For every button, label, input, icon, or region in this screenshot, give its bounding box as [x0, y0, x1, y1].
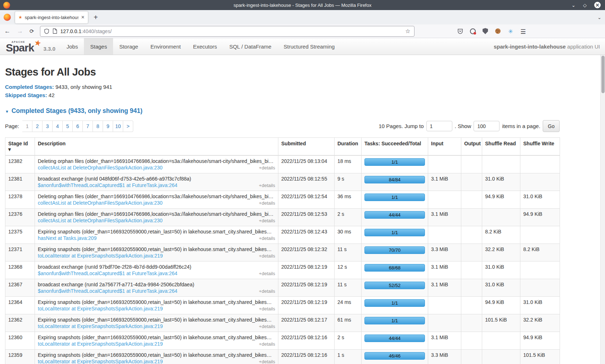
menu-hamburger-icon[interactable]: ☰: [520, 28, 526, 35]
spark-apache-label: APACHE: [12, 41, 25, 43]
page-button[interactable]: 3: [42, 120, 53, 132]
description-cell: broadcast exchange (runId 2a75677f-a771-…: [35, 279, 278, 297]
callsite-link[interactable]: toLocalIterator at ExpireSnapshotsSparkA…: [38, 253, 163, 259]
column-header[interactable]: Input: [428, 138, 461, 156]
output-cell: [461, 297, 482, 314]
tasks-cell: 52/52: [362, 279, 428, 297]
nav-item[interactable]: Jobs: [60, 38, 84, 55]
callsite-link[interactable]: toLocalIterator at ExpireSnapshotsSparkA…: [38, 306, 163, 311]
page-button[interactable]: 5: [63, 120, 73, 132]
submitted-cell: 2022/11/25 08:12:32: [278, 244, 335, 261]
column-header[interactable]: Shuffle Read: [482, 138, 520, 156]
callsite-link[interactable]: $anonfun$withThreadLocalCaptured$1 at Fu…: [38, 270, 178, 276]
scrollbar-thumb[interactable]: [601, 56, 605, 93]
page-button[interactable]: 8: [93, 120, 103, 132]
details-toggle[interactable]: +details: [259, 324, 275, 329]
shuffle-read-cell: 101.5 KiB: [482, 314, 520, 332]
stage-id-cell: 12382: [5, 155, 35, 173]
input-cell: [428, 314, 461, 332]
description-text: broadcast exchange (runId 2a75677f-a771-…: [38, 282, 275, 287]
completed-stages-link[interactable]: Completed Stages:: [5, 84, 54, 90]
column-header[interactable]: Tasks: Succeeded/Total: [362, 138, 428, 156]
details-toggle[interactable]: +details: [259, 236, 275, 241]
ublock-shield-icon[interactable]: [482, 28, 489, 35]
table-row: 12359 Expiring snapshots (older_than=166…: [5, 350, 560, 364]
page-button[interactable]: 7: [83, 120, 93, 132]
details-toggle[interactable]: +details: [259, 288, 275, 294]
close-icon[interactable]: ✕: [594, 2, 601, 8]
url-bar[interactable]: 127.0.0.1:4040/stages/ ☆: [40, 26, 414, 37]
completed-stages-section-toggle[interactable]: ▼ Completed Stages (9433, only showing 9…: [5, 107, 143, 115]
details-toggle[interactable]: +details: [259, 271, 275, 276]
shield-permissions-icon[interactable]: [44, 28, 49, 34]
details-toggle[interactable]: +details: [259, 359, 275, 364]
forward-icon[interactable]: →: [17, 28, 23, 35]
page-button[interactable]: 1: [22, 120, 32, 132]
page-button[interactable]: 4: [53, 120, 63, 132]
callsite-link[interactable]: toLocalIterator at ExpireSnapshotsSparkA…: [38, 323, 163, 329]
table-row: 12367 broadcast exchange (runId 2a75677f…: [5, 279, 560, 297]
stage-id-cell: 12360: [5, 332, 35, 350]
page-button[interactable]: 2: [32, 120, 42, 132]
jump-to-page-input[interactable]: [426, 121, 452, 131]
callsite-link[interactable]: $anonfun$withThreadLocalCaptured$1 at Fu…: [38, 182, 178, 188]
new-tab-button[interactable]: +: [94, 13, 98, 22]
callsite-link[interactable]: collectAsList at DeleteOrphanFilesSparkA…: [38, 165, 162, 170]
skipped-stages-link[interactable]: Skipped Stages:: [5, 92, 47, 98]
details-toggle[interactable]: +details: [259, 306, 275, 311]
items-per-page-input[interactable]: [474, 121, 499, 131]
callsite-link[interactable]: hasNext at Tasks.java:209: [38, 235, 97, 241]
account-container-icon[interactable]: [470, 28, 476, 35]
maximize-icon[interactable]: ◇: [583, 3, 587, 8]
nav-item[interactable]: SQL / DataFrame: [223, 38, 278, 55]
nav-item[interactable]: Environment: [144, 38, 187, 55]
cookie-icon[interactable]: [495, 28, 501, 35]
details-toggle[interactable]: +details: [259, 165, 275, 170]
column-header[interactable]: Submitted: [278, 138, 335, 156]
pocket-icon[interactable]: [457, 28, 463, 35]
bookmark-star-icon[interactable]: ☆: [405, 28, 410, 35]
firefox-icon[interactable]: [4, 14, 11, 21]
details-toggle[interactable]: +details: [259, 218, 275, 223]
nav-item[interactable]: Stages: [84, 38, 113, 55]
spark-navbar: APACHE Spark ★ 3.3.0 Jobs Stages Storage…: [0, 38, 605, 55]
nav-item[interactable]: Executors: [187, 38, 223, 55]
spark-logo[interactable]: APACHE Spark ★: [5, 38, 43, 55]
callsite-link[interactable]: collectAsList at DeleteOrphanFilesSparkA…: [38, 200, 162, 206]
details-toggle[interactable]: +details: [259, 200, 275, 206]
window-title: spark-ingest-into-lakehouse - Stages for…: [0, 3, 605, 8]
extension-asterisk-icon[interactable]: ✳: [507, 28, 514, 35]
column-header[interactable]: Description: [35, 138, 278, 156]
duration-cell: 2 s: [335, 332, 362, 350]
tab-list-chevron-icon[interactable]: ⌄: [597, 15, 601, 20]
url-text[interactable]: 127.0.0.1:4040/stages/: [60, 28, 112, 34]
details-toggle[interactable]: +details: [259, 341, 275, 347]
details-toggle[interactable]: +details: [259, 183, 275, 188]
callsite-link[interactable]: toLocalIterator at ExpireSnapshotsSparkA…: [38, 359, 163, 364]
output-cell: [461, 314, 482, 332]
column-header[interactable]: Stage Id ▾: [5, 138, 35, 156]
column-header[interactable]: Output: [461, 138, 482, 156]
reload-icon[interactable]: ⟳: [30, 28, 34, 35]
nav-item[interactable]: Structured Streaming: [278, 38, 341, 55]
details-toggle[interactable]: +details: [259, 253, 275, 259]
column-header[interactable]: Duration: [335, 138, 362, 156]
page-button[interactable]: 6: [73, 120, 83, 132]
stage-id-cell: 12378: [5, 191, 35, 209]
page-button[interactable]: >: [123, 120, 133, 132]
column-header[interactable]: Shuffle Write: [520, 138, 560, 156]
page-scrollbar[interactable]: [600, 55, 605, 364]
tab-close-icon[interactable]: ✕: [81, 15, 85, 20]
nav-item[interactable]: Storage: [113, 38, 144, 55]
back-icon[interactable]: ←: [4, 28, 10, 35]
page-button[interactable]: 9: [103, 120, 113, 132]
stage-id-cell: 12364: [5, 297, 35, 314]
page-info-icon[interactable]: [53, 28, 57, 34]
go-button[interactable]: Go: [543, 120, 560, 132]
browser-tab[interactable]: ★ spark-ingest-into-lakehous ✕: [15, 12, 88, 23]
minimize-icon[interactable]: ⌄: [572, 3, 575, 8]
callsite-link[interactable]: $anonfun$withThreadLocalCaptured$1 at Fu…: [38, 288, 178, 294]
page-button[interactable]: 10: [113, 120, 123, 132]
callsite-link[interactable]: toLocalIterator at ExpireSnapshotsSparkA…: [38, 341, 163, 347]
callsite-link[interactable]: collectAsList at DeleteOrphanFilesSparkA…: [38, 218, 162, 223]
